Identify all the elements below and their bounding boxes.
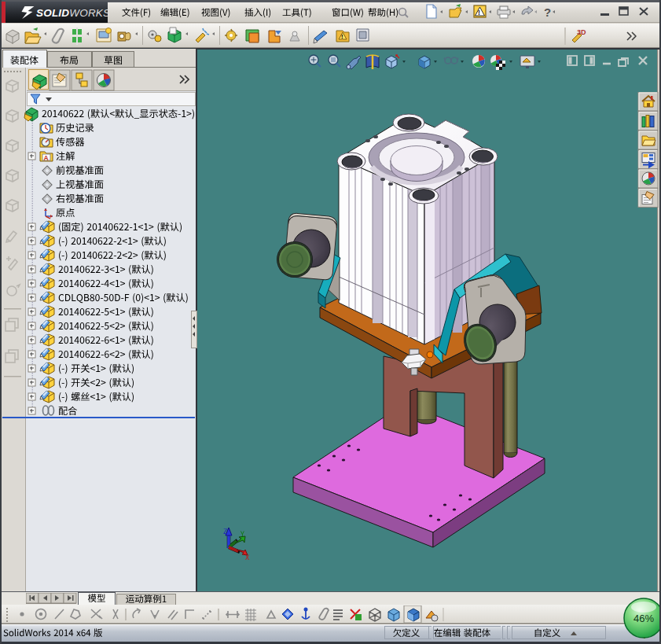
svg-text:?: ? <box>544 6 551 19</box>
svg-text:SOLIDWORKS: SOLIDWORKS <box>36 7 110 19</box>
svg-text:46%: 46% <box>633 613 654 624</box>
svg-text:!: ! <box>341 33 343 40</box>
svg-text:A: A <box>44 154 49 162</box>
svg-text:3D: 3D <box>577 28 586 36</box>
svg-text:!: ! <box>478 9 480 17</box>
